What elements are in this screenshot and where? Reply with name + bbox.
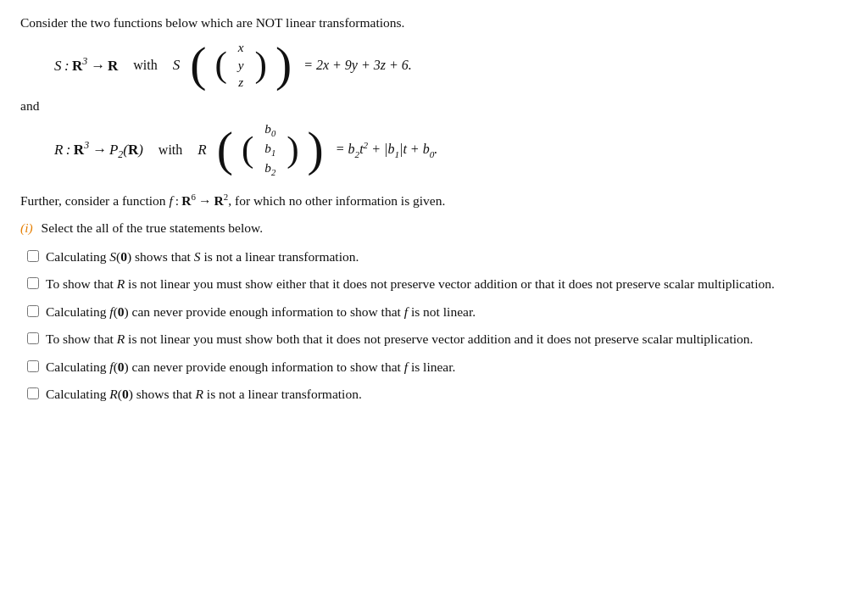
outer-right-paren-r: ) [308,129,324,170]
with-label-1: with [133,58,157,73]
list-item: Calculating f(0) can never provide enoug… [27,303,848,321]
checkbox-1[interactable] [27,250,39,262]
list-item: Calculating f(0) can never provide enoug… [27,358,848,376]
checkbox-2[interactable] [27,277,39,289]
outer-left-paren-r: ( [217,129,233,170]
outer-right-paren: ) [275,44,292,86]
checkbox-label-2[interactable]: To show that R is not linear you must sh… [46,275,775,293]
checkbox-list: Calculating S(0) shows that S is not a l… [27,248,848,404]
main-page: Consider the two functions below which a… [0,0,868,602]
question-label: (i) [20,220,33,235]
vector-b: b0 b1 b2 [262,120,278,180]
vector-xyz: x y z [236,39,247,92]
s-rhs: = 2x + 9y + 3z + 6. [303,58,412,73]
question-body: Select the all of the true statements be… [42,220,264,235]
s-function-label: S [173,57,181,74]
outer-left-paren: ( [190,44,206,86]
r-function-label: R [198,142,206,159]
list-item: Calculating R(0) shows that R is not a l… [27,385,848,404]
checkbox-5[interactable] [27,360,39,372]
s-mapping: S : R3 → R [54,55,118,75]
question-row: (i) Select the all of the true statement… [20,220,848,236]
formula-r: R : R3 → P2(R) with R ( ( b0 b1 b2 ) ) =… [54,120,848,180]
r-rhs: = b2t2 + |b1|t + b0. [336,140,437,159]
formula-s: S : R3 → R with S ( ( x y z ) ) = 2x + 9… [54,39,848,92]
checkbox-3[interactable] [27,305,39,317]
checkbox-label-1[interactable]: Calculating S(0) shows that S is not a l… [46,248,359,266]
checkbox-label-5[interactable]: Calculating f(0) can never provide enoug… [46,358,455,376]
checkbox-label-6[interactable]: Calculating R(0) shows that R is not a l… [46,385,362,404]
list-item: To show that R is not linear you must sh… [27,330,848,348]
inner-right-paren: ) [255,49,267,81]
with-label-2: with [159,142,182,158]
checkbox-label-4[interactable]: To show that R is not linear you must sh… [46,330,753,348]
r-mapping: R : R3 → P2(R) [54,139,143,161]
checkbox-6[interactable] [27,387,39,399]
intro-text: Consider the two functions below which a… [20,15,848,31]
further-text: Further, consider a function f : R6 → R2… [20,192,848,209]
list-item: To show that R is not linear you must sh… [27,275,848,293]
inner-left-paren-r: ( [242,134,253,165]
checkbox-4[interactable] [27,332,39,344]
inner-right-paren-r: ) [287,134,298,165]
inner-left-paren: ( [214,49,226,81]
list-item: Calculating S(0) shows that S is not a l… [27,248,848,266]
checkbox-label-3[interactable]: Calculating f(0) can never provide enoug… [46,303,476,321]
and-text: and [20,98,848,114]
